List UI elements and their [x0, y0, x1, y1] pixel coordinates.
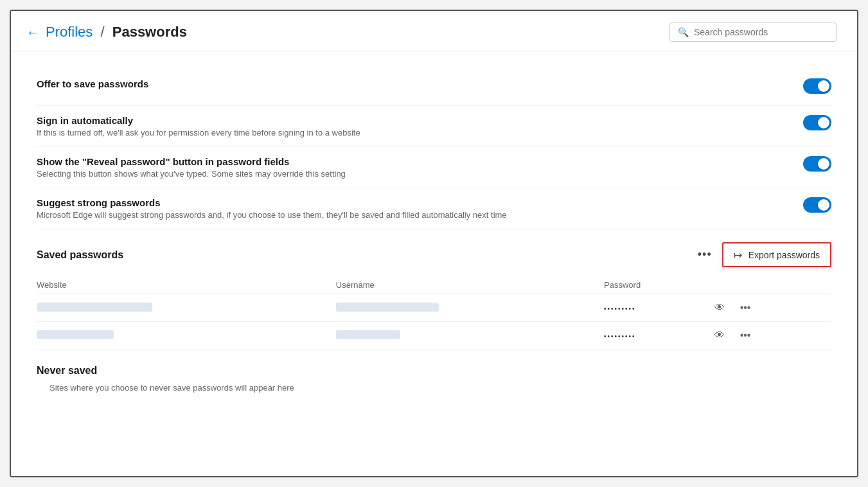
blurred-username — [336, 330, 400, 339]
setting-desc: Selecting this button shows what you've … — [37, 169, 788, 179]
breadcrumb-separator: / — [100, 24, 104, 40]
setting-title: Suggest strong passwords — [37, 197, 788, 208]
website-cell — [37, 322, 336, 350]
setting-text: Offer to save passwords — [37, 78, 788, 91]
never-saved-section: Never saved Sites where you choose to ne… — [37, 365, 831, 393]
setting-title: Offer to save passwords — [37, 78, 788, 89]
blurred-username — [336, 303, 439, 312]
search-icon: 🔍 — [678, 27, 689, 37]
table-header-row: Website Username Password — [37, 275, 831, 294]
export-label: Export passwords — [748, 250, 820, 260]
password-dots: ••••••••• — [604, 333, 636, 340]
export-icon: ↦ — [734, 249, 742, 261]
setting-desc: Microsoft Edge will suggest strong passw… — [37, 210, 788, 220]
blurred-website — [37, 303, 152, 312]
blurred-website — [37, 330, 114, 339]
header-actions: ••• ↦ Export passwords — [693, 242, 831, 267]
setting-reveal-password: Show the "Reveal password" button in pas… — [37, 147, 831, 188]
col-username: Username — [336, 275, 604, 294]
never-saved-desc: Sites where you choose to never save pas… — [37, 383, 831, 393]
header-left: ← Profiles / Passwords — [26, 24, 187, 40]
toggle-offer-save[interactable] — [803, 78, 831, 96]
actions-cell: 👁 ••• — [712, 322, 831, 350]
setting-text: Suggest strong passwords Microsoft Edge … — [37, 197, 788, 220]
username-cell — [336, 322, 604, 350]
setting-text: Show the "Reveal password" button in pas… — [37, 156, 788, 179]
row-more-button[interactable]: ••• — [738, 328, 754, 342]
col-actions — [712, 275, 831, 294]
username-cell — [336, 294, 604, 322]
row-more-button[interactable]: ••• — [738, 301, 754, 315]
never-saved-title: Never saved — [37, 365, 831, 376]
breadcrumb-current: Passwords — [112, 24, 187, 40]
main-content: Offer to save passwords Sign in automati… — [11, 51, 857, 476]
setting-sign-in-auto: Sign in automatically If this is turned … — [37, 106, 831, 147]
saved-passwords-section: Saved passwords ••• ↦ Export passwords W… — [37, 235, 831, 350]
setting-offer-save: Offer to save passwords — [37, 69, 831, 106]
toggle-suggest-strong[interactable] — [803, 197, 831, 215]
reveal-password-button[interactable]: 👁 — [712, 301, 727, 315]
browser-window: ← Profiles / Passwords 🔍 Offer to save p… — [10, 10, 858, 477]
reveal-password-button[interactable]: 👁 — [712, 328, 727, 342]
setting-text: Sign in automatically If this is turned … — [37, 115, 788, 137]
setting-title: Show the "Reveal password" button in pas… — [37, 156, 788, 167]
row-actions: 👁 ••• — [712, 301, 824, 315]
table-row: ••••••••• 👁 ••• — [37, 294, 831, 322]
col-website: Website — [37, 275, 336, 294]
password-dots: ••••••••• — [604, 305, 636, 312]
more-options-button[interactable]: ••• — [693, 245, 717, 264]
back-button[interactable]: ← — [26, 25, 39, 40]
row-actions: 👁 ••• — [712, 328, 824, 342]
search-input[interactable] — [694, 27, 828, 37]
saved-passwords-title: Saved passwords — [37, 249, 123, 261]
page-header: ← Profiles / Passwords 🔍 — [11, 11, 857, 51]
setting-title: Sign in automatically — [37, 115, 788, 126]
password-cell: ••••••••• — [604, 322, 712, 350]
setting-desc: If this is turned off, we'll ask you for… — [37, 128, 788, 137]
search-box[interactable]: 🔍 — [669, 22, 837, 42]
export-passwords-button[interactable]: ↦ Export passwords — [722, 242, 831, 267]
actions-cell: 👁 ••• — [712, 294, 831, 322]
breadcrumb: Profiles / Passwords — [46, 24, 187, 40]
toggle-reveal-password[interactable] — [803, 156, 831, 174]
toggle-sign-in-auto[interactable] — [803, 115, 831, 133]
setting-suggest-strong: Suggest strong passwords Microsoft Edge … — [37, 188, 831, 229]
profiles-link[interactable]: Profiles — [46, 24, 93, 40]
col-password: Password — [604, 275, 712, 294]
table-row: ••••••••• 👁 ••• — [37, 322, 831, 350]
website-cell — [37, 294, 336, 322]
password-cell: ••••••••• — [604, 294, 712, 322]
passwords-table: Website Username Password — [37, 275, 831, 350]
saved-passwords-header: Saved passwords ••• ↦ Export passwords — [37, 235, 831, 272]
